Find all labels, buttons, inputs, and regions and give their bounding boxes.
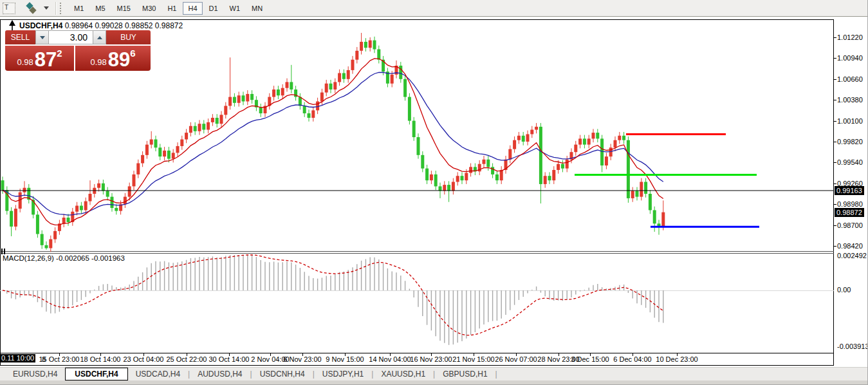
macd-axis-label: 0.00 (837, 286, 851, 294)
hline-price-label: 0.99163 (835, 186, 864, 195)
price-tick (834, 121, 836, 122)
price-tick-label: 0.99820 (837, 138, 863, 146)
one-click-trading-panel: SELL 3.00 BUY 0.98 87 2 0.98 89 6 (5, 30, 151, 71)
buy-button[interactable]: BUY (106, 30, 151, 44)
macd-indicator-label: MACD(12,26,9) -0.002065 -0.001963 (3, 254, 125, 262)
price-tick-label: 1.00100 (837, 117, 863, 125)
price-tick (834, 79, 836, 80)
chart-tab-audusd[interactable]: AUDUSD,H4 (190, 368, 250, 380)
price-tick (834, 162, 836, 163)
price-tick-label: 1.00380 (837, 96, 863, 104)
toolbar-separator (55, 2, 56, 15)
chart-tab-usdcad[interactable]: USDCAD,H4 (128, 368, 188, 380)
macd-axis-label: -0.003913 (837, 343, 868, 350)
toolbar-grip[interactable] (60, 3, 63, 14)
timeframe-button-m5[interactable]: M5 (90, 2, 110, 15)
time-axis-label: 9 Nov 15:00 (326, 355, 364, 363)
time-axis-label: 18 Oct 14:00 (80, 355, 121, 363)
chart-ohlc-values: 0.98964 0.99028 0.98852 0.98872 (65, 21, 183, 30)
chart-symbol: USDCHF,H4 (19, 21, 62, 30)
chart-tab-usdchf[interactable]: USDCHF,H4 (65, 368, 127, 380)
timeframe-button-m1[interactable]: M1 (69, 2, 89, 15)
chart-tab-eurusd[interactable]: EURUSD,H4 (5, 368, 65, 380)
crosshair-time-label: 0.11 10:00 (0, 354, 35, 362)
sell-price-panel[interactable]: 0.98 87 2 (5, 46, 74, 71)
price-tick-label: 0.98980 (837, 200, 863, 208)
time-axis-label: 6 Dec 04:00 (613, 355, 651, 363)
chart-title: USDCHF,H4 0.98964 0.99028 0.98852 0.9887… (19, 21, 183, 30)
price-tick (834, 225, 836, 226)
time-axis-label: 10 Dec 23:00 (656, 355, 697, 363)
trading-terminal-window: T M1M5M15M30H1H4D1W1MN 1.012201.009401.0… (0, 0, 868, 385)
tab-separator: | (495, 370, 497, 379)
volume-input[interactable]: 3.00 (49, 30, 93, 44)
time-axis-label: 21 Nov 15:00 (452, 355, 494, 363)
chart-tab-bar: EURUSD,H4USDCHF,H4USDCAD,H4|AUDUSD,H4|US… (0, 367, 868, 380)
timeframe-button-mn[interactable]: MN (246, 2, 268, 15)
buy-price-panel[interactable]: 0.98 89 6 (75, 46, 151, 71)
timeframe-button-m30[interactable]: M30 (137, 2, 161, 15)
data-window-icon[interactable]: T (3, 3, 15, 14)
up-arrow-icon (97, 36, 102, 39)
time-axis-label: 16 Nov 23:00 (410, 355, 452, 363)
dropdown-caret-icon[interactable] (44, 6, 49, 10)
price-tick-label: 0.99540 (837, 158, 863, 166)
partial-time-label: 8 (42, 355, 46, 363)
price-tick (834, 183, 836, 184)
timeframe-button-m15[interactable]: M15 (112, 2, 136, 15)
time-axis-label: 30 Oct 14:00 (209, 355, 250, 363)
time-axis-label: 25 Oct 22:00 (167, 355, 207, 363)
time-axis-label: 14 Nov 04:00 (369, 355, 411, 363)
price-axis[interactable]: 1.012201.009401.006601.003801.001000.998… (834, 19, 868, 366)
timeframe-button-h4[interactable]: H4 (183, 2, 202, 15)
price-tick-label: 1.00940 (837, 54, 863, 62)
timeframe-button-w1[interactable]: W1 (225, 2, 246, 15)
buy-price-pip: 6 (130, 48, 135, 59)
price-tick-label: 0.98700 (837, 221, 863, 229)
sell-price-pip: 2 (57, 48, 62, 59)
sell-price-big: 87 (35, 50, 57, 69)
time-axis-label: 26 Nov 07:00 (495, 355, 537, 363)
volume-increase-button[interactable] (93, 30, 106, 44)
price-tick (834, 37, 836, 38)
sell-price-prefix: 0.98 (17, 57, 33, 67)
window-bottom-strip (0, 380, 868, 385)
buy-price-prefix: 0.98 (90, 57, 106, 67)
chart-tab-usdcnh[interactable]: USDCNH,H4 (252, 368, 313, 380)
down-arrow-icon (40, 36, 45, 39)
macd-axis-label: 0.002492 (837, 252, 867, 259)
time-axis-label: 3 Dec 15:00 (571, 355, 609, 363)
chart-tab-usdjpy[interactable]: USDJPY,H1 (315, 368, 371, 380)
price-tick (834, 100, 836, 100)
chart-tab-xauusd[interactable]: XAUUSD,H1 (373, 368, 433, 380)
price-tick (834, 58, 836, 59)
arrange-charts-icon[interactable] (24, 3, 41, 14)
toolbar: T M1M5M15M30H1H4D1W1MN (0, 0, 868, 17)
timeframe-button-group: M1M5M15M30H1H4D1W1MN (68, 2, 268, 15)
price-tick-label: 1.00660 (837, 75, 863, 83)
timeframe-button-d1[interactable]: D1 (204, 2, 223, 15)
time-axis-label: 23 Oct 04:00 (124, 355, 164, 363)
time-axis-label: 6 Nov 23:00 (283, 355, 321, 363)
price-tick (834, 246, 836, 247)
price-tick-label: 1.01220 (837, 33, 863, 41)
price-chart[interactable] (0, 19, 834, 366)
volume-decrease-button[interactable] (35, 30, 49, 44)
buy-price-big: 89 (108, 50, 130, 69)
bid-price-label: 0.98872 (835, 208, 864, 217)
chart-tab-gbpusd[interactable]: GBPUSD,H1 (435, 368, 495, 380)
sell-button[interactable]: SELL (5, 30, 35, 44)
price-tick (834, 204, 836, 205)
price-tick-label: 0.98420 (837, 242, 863, 250)
price-tick (834, 142, 836, 142)
timeframe-button-h1[interactable]: H1 (162, 2, 181, 15)
